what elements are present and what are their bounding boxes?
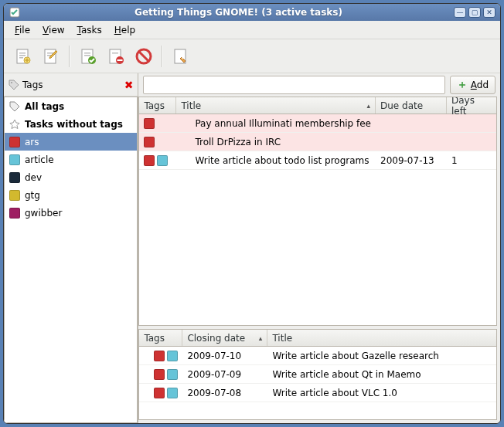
closed-header: Tags Closing date▴ Title	[139, 330, 496, 347]
tag-label: gwibber	[25, 208, 62, 219]
dismiss-task-button[interactable]	[103, 43, 129, 69]
tag-swatch	[167, 388, 178, 398]
tag-swatch	[144, 118, 155, 129]
closed-title: Write article about Gazelle research	[267, 347, 496, 364]
tag-swatch	[167, 351, 178, 361]
tag-swatch	[154, 351, 165, 361]
col-due-date[interactable]: Due date	[376, 97, 447, 114]
col-days-left[interactable]: Days left	[447, 97, 496, 114]
col-tags[interactable]: Tags	[139, 97, 176, 114]
tags-sidebar-header: Tags ✖	[4, 73, 138, 97]
closing-date: 2009-07-10	[182, 347, 267, 364]
tasks-body: Pay annual Illuminati membership feeTrol…	[139, 114, 496, 325]
tag-swatch	[144, 155, 155, 166]
closed-tasks-pane: Tags Closing date▴ Title 2009-07-10Write…	[138, 329, 497, 420]
closed-task-row[interactable]: 2009-07-10Write article about Gazelle re…	[139, 347, 496, 365]
svg-rect-2	[19, 53, 26, 54]
closed-title: Write article about Qt in Maemo	[267, 365, 496, 383]
tags-header-label: Tags	[22, 80, 124, 90]
sort-asc-icon: ▴	[259, 334, 263, 342]
task-due	[376, 114, 447, 132]
tag-list: All tags Tasks without tags arsarticlede…	[4, 97, 138, 423]
mark-done-button[interactable]	[75, 43, 101, 69]
menu-help[interactable]: Help	[110, 22, 140, 38]
col-title[interactable]: Title▴	[176, 97, 376, 114]
menu-file[interactable]: File	[10, 22, 35, 38]
tag-color-swatch	[9, 137, 20, 147]
col-closed-tags[interactable]: Tags	[139, 330, 182, 346]
tag-all-tags[interactable]: All tags	[5, 97, 137, 115]
tag-item-article[interactable]: article	[5, 151, 137, 168]
tag-without-tags[interactable]: Tasks without tags	[5, 115, 137, 133]
plus-icon: ＋	[457, 78, 468, 92]
closed-task-row[interactable]: 2009-07-08Write article about VLC 1.0	[139, 384, 496, 402]
svg-rect-3	[19, 55, 26, 56]
minimize-button[interactable]: —	[454, 7, 466, 18]
tag-label: Tasks without tags	[25, 119, 123, 130]
tag-header-icon	[9, 80, 19, 90]
task-row[interactable]: Write article about todo list programs20…	[139, 151, 496, 170]
tag-color-swatch	[9, 208, 20, 219]
quick-add-input[interactable]	[143, 76, 444, 94]
search-row: ＋ Add	[138, 73, 500, 97]
task-due: 2009-07-13	[376, 151, 447, 169]
content-area: Tags ✖ All tags Tasks without tags arsar…	[4, 73, 500, 423]
tag-task-button[interactable]	[168, 43, 194, 69]
svg-rect-16	[112, 53, 118, 54]
maximize-button[interactable]: ▢	[468, 7, 481, 18]
tag-color-swatch	[9, 172, 20, 183]
menu-view[interactable]: View	[38, 22, 69, 38]
tag-swatch	[144, 137, 155, 147]
toolbar-separator	[162, 46, 163, 67]
titlebar[interactable]: Getting Things GNOME! (3 active tasks) —…	[4, 4, 500, 21]
tag-swatch	[157, 155, 168, 166]
new-task-button[interactable]	[10, 43, 36, 69]
tasks-header: Tags Title▴ Due date Days left	[139, 97, 496, 114]
menu-tasks[interactable]: Tasks	[73, 22, 107, 38]
svg-point-22	[182, 57, 183, 59]
tag-color-swatch	[9, 190, 20, 201]
tag-item-ars[interactable]: ars	[5, 133, 137, 151]
svg-rect-7	[26, 59, 29, 61]
closing-date: 2009-07-09	[182, 365, 267, 383]
closed-body: 2009-07-10Write article about Gazelle re…	[139, 347, 496, 419]
menubar: File View Tasks Help	[4, 21, 500, 39]
tags-sidebar: Tags ✖ All tags Tasks without tags arsar…	[4, 73, 138, 423]
tag-label: ars	[25, 137, 39, 147]
delete-task-button[interactable]	[131, 43, 157, 69]
tag-swatch	[154, 388, 165, 398]
closing-date: 2009-07-08	[182, 384, 267, 402]
col-closed-title[interactable]: Title	[267, 330, 496, 346]
tag-item-gwibber[interactable]: gwibber	[5, 204, 137, 222]
svg-rect-4	[19, 57, 23, 59]
svg-rect-9	[47, 53, 53, 54]
task-row[interactable]: Troll DrPizza in IRC	[139, 133, 496, 151]
sort-asc-icon: ▴	[366, 102, 370, 110]
tag-item-gtg[interactable]: gtg	[5, 186, 137, 204]
svg-rect-18	[117, 59, 123, 61]
svg-rect-13	[84, 55, 90, 56]
closed-title: Write article about VLC 1.0	[267, 384, 496, 402]
close-window-button[interactable]: ✕	[483, 7, 495, 18]
tasks-pane: Tags Title▴ Due date Days left Pay annua…	[138, 97, 497, 326]
task-row[interactable]: Pay annual Illuminati membership fee	[139, 114, 496, 133]
close-tags-panel-button[interactable]: ✖	[124, 79, 134, 91]
task-title: Pay annual Illuminati membership fee	[176, 114, 376, 132]
task-days-left	[447, 133, 496, 151]
svg-point-23	[11, 82, 12, 83]
tag-label: All tags	[25, 101, 64, 112]
toolbar-separator	[69, 46, 70, 67]
tag-item-dev[interactable]: dev	[5, 168, 137, 186]
tag-swatch	[154, 369, 165, 380]
task-title: Write article about todo list programs	[176, 151, 376, 169]
all-tags-icon	[9, 101, 20, 112]
closed-task-row[interactable]: 2009-07-09Write article about Qt in Maem…	[139, 365, 496, 384]
edit-task-button[interactable]	[38, 43, 64, 69]
app-window: Getting Things GNOME! (3 active tasks) —…	[3, 3, 501, 424]
task-title: Troll DrPizza in IRC	[176, 133, 376, 151]
tag-label: dev	[25, 172, 42, 183]
col-closing-date[interactable]: Closing date▴	[182, 330, 267, 346]
tag-label: gtg	[25, 190, 40, 201]
no-tags-icon	[9, 119, 20, 130]
add-task-button[interactable]: ＋ Add	[450, 76, 495, 94]
